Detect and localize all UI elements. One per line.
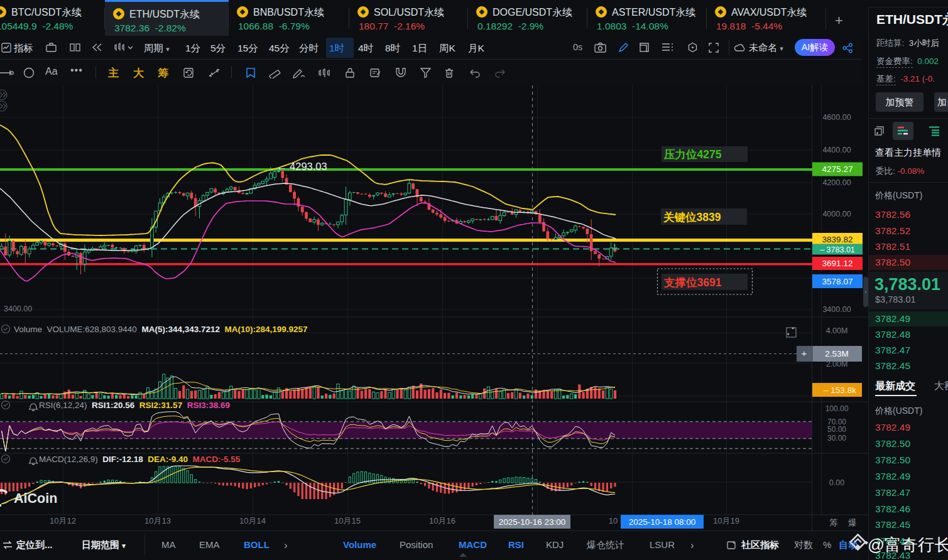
- svg-text:›: ›: [865, 289, 867, 295]
- svg-text:2025-10-16 23:00: 2025-10-16 23:00: [499, 517, 566, 527]
- svg-text:2025-10-18 08:00: 2025-10-18 08:00: [629, 517, 696, 527]
- svg-text:关键位3839: 关键位3839: [663, 211, 721, 223]
- svg-text:4.00M: 4.00M: [826, 326, 848, 335]
- svg-text:支撑位3691: 支撑位3691: [663, 276, 722, 289]
- svg-text:筹: 筹: [829, 518, 838, 527]
- svg-text:爆: 爆: [848, 518, 857, 527]
- svg-text:4200.00: 4200.00: [822, 178, 851, 187]
- svg-text:10月19: 10月19: [713, 516, 739, 525]
- svg-text:10: 10: [609, 516, 618, 525]
- svg-text:100.00: 100.00: [825, 404, 849, 413]
- svg-text:Volume VOLUME:628,803.9440 M: Volume VOLUME:628,803.9440 MA(5):344,343…: [14, 325, 308, 334]
- svg-text:3691.12: 3691.12: [822, 259, 853, 268]
- svg-text:50.00: 50.00: [827, 425, 846, 434]
- svg-text:3400.00: 3400.00: [4, 304, 32, 313]
- svg-text:4400.00: 4400.00: [822, 146, 851, 154]
- svg-text:3578.07: 3578.07: [822, 277, 853, 286]
- svg-text:10月14: 10月14: [239, 516, 266, 525]
- svg-text:10月13: 10月13: [144, 516, 171, 525]
- svg-text:10月15: 10月15: [334, 516, 361, 525]
- svg-text:– 3783.01: – 3783.01: [820, 245, 855, 254]
- svg-text:4000.00: 4000.00: [822, 210, 851, 218]
- svg-text:AiCoin: AiCoin: [14, 491, 57, 506]
- svg-text:← 4293.03: ← 4293.03: [276, 161, 327, 172]
- svg-text:RSI(6,12,24) RSI1:20.56 RSI2: RSI(6,12,24) RSI1:20.56 RSI2:31.57 RSI3:…: [39, 401, 230, 410]
- svg-text:3839.82: 3839.82: [822, 235, 853, 244]
- svg-text:4275.27: 4275.27: [822, 164, 853, 174]
- svg-text:压力位4275: 压力位4275: [663, 148, 722, 161]
- svg-text:10月16: 10月16: [429, 516, 455, 525]
- svg-text:4600.00: 4600.00: [822, 113, 851, 122]
- svg-text:3400.00: 3400.00: [822, 305, 851, 314]
- svg-text:MACD(12,26,9) DIF:-12.18 DEA: MACD(12,26,9) DIF:-12.18 DEA:-9.40 MACD:…: [39, 455, 241, 464]
- svg-text:30.00: 30.00: [827, 434, 846, 443]
- svg-text:2.53M: 2.53M: [825, 349, 849, 358]
- svg-text:+: +: [802, 348, 807, 358]
- svg-text:– 153.8k: – 153.8k: [824, 385, 856, 395]
- svg-text:10月12: 10月12: [50, 516, 76, 525]
- svg-text:0.00: 0.00: [829, 478, 844, 487]
